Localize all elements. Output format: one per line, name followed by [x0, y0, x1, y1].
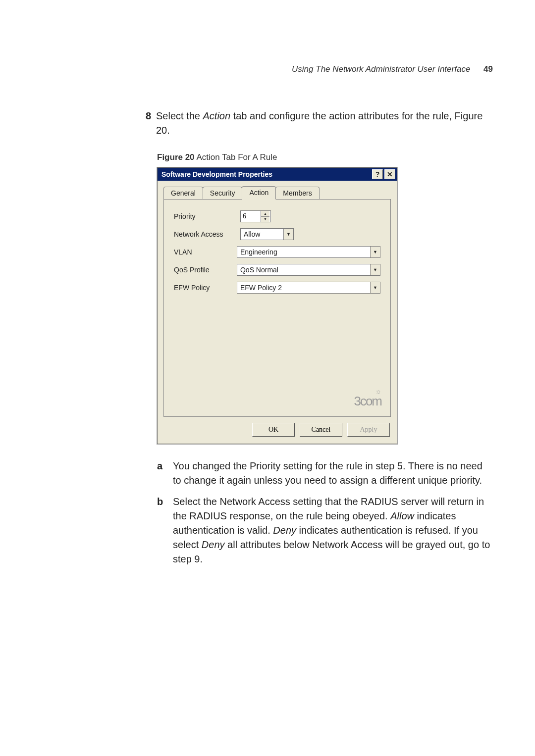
figure-caption: Figure 20 Action Tab For A Rule	[157, 152, 493, 162]
page-number: 49	[483, 64, 493, 74]
tab-action[interactable]: Action	[242, 186, 276, 200]
tab-general[interactable]: General	[163, 187, 203, 199]
priority-row: Priority ▲ ▼	[174, 210, 380, 222]
substep-text: Select the Network Access setting that t…	[173, 495, 493, 566]
action-tab-panel: Priority ▲ ▼ Network Access Allow ▼ VLAN	[163, 199, 391, 417]
substep-list: a You changed the Priority setting for t…	[157, 459, 493, 566]
qos-label: QoS Profile	[174, 266, 230, 274]
efw-row: EFW Policy EFW Policy 2 ▼	[174, 282, 380, 294]
step-text: Select the Action tab and configure the …	[156, 109, 493, 138]
step-number: 8	[141, 109, 151, 138]
apply-button[interactable]: Apply	[347, 423, 390, 437]
chevron-down-icon[interactable]: ▼	[370, 282, 380, 293]
figure-label: Figure 20	[157, 152, 195, 162]
substep-marker: a	[157, 459, 168, 488]
network-access-row: Network Access Allow ▼	[174, 228, 380, 240]
running-title: Using The Network Administrator User Int…	[292, 64, 470, 74]
substep-marker: b	[157, 495, 168, 566]
qos-row: QoS Profile QoS Normal ▼	[174, 264, 380, 276]
substep-text: You changed the Priority setting for the…	[173, 459, 493, 488]
dialog-title: Software Development Properties	[161, 170, 272, 178]
vlan-combo[interactable]: Engineering ▼	[237, 246, 380, 258]
vlan-row: VLAN Engineering ▼	[174, 246, 380, 258]
chevron-down-icon[interactable]: ▼	[370, 247, 380, 257]
spinner-down-icon[interactable]: ▼	[261, 217, 269, 222]
brand-text: 3com	[354, 395, 381, 407]
network-access-label: Network Access	[174, 230, 233, 238]
figure-caption-text: Action Tab For A Rule	[195, 152, 277, 162]
brand-logo: ☼ 3com	[354, 388, 381, 407]
chevron-down-icon[interactable]: ▼	[370, 264, 380, 275]
vlan-label: VLAN	[174, 248, 230, 256]
substep-b: b Select the Network Access setting that…	[157, 495, 493, 566]
tab-strip: General Security Action Members	[158, 181, 397, 199]
ok-button[interactable]: OK	[252, 423, 295, 437]
substep-a: a You changed the Priority setting for t…	[157, 459, 493, 488]
priority-spinner[interactable]: ▲ ▼	[240, 210, 271, 222]
priority-label: Priority	[174, 212, 233, 220]
properties-dialog: Software Development Properties ? ✕ Gene…	[157, 167, 397, 444]
tab-members[interactable]: Members	[275, 187, 319, 199]
chevron-down-icon[interactable]: ▼	[283, 229, 293, 240]
spinner-up-icon[interactable]: ▲	[261, 211, 269, 217]
dialog-titlebar[interactable]: Software Development Properties ? ✕	[158, 168, 397, 181]
tab-security[interactable]: Security	[203, 187, 243, 199]
cancel-button[interactable]: Cancel	[300, 423, 342, 437]
help-button[interactable]: ?	[372, 169, 383, 179]
close-button[interactable]: ✕	[384, 169, 395, 179]
step-8: 8 Select the Action tab and configure th…	[141, 109, 493, 138]
efw-label: EFW Policy	[174, 284, 230, 292]
network-access-value: Allow	[241, 230, 283, 238]
qos-value: QoS Normal	[237, 266, 370, 274]
qos-combo[interactable]: QoS Normal ▼	[237, 264, 380, 276]
dialog-button-row: OK Cancel Apply	[158, 423, 397, 444]
network-access-combo[interactable]: Allow ▼	[240, 228, 294, 240]
running-header: Using The Network Administrator User Int…	[42, 64, 493, 74]
priority-input[interactable]	[241, 211, 261, 222]
vlan-value: Engineering	[237, 248, 370, 256]
efw-value: EFW Policy 2	[237, 284, 370, 292]
titlebar-buttons: ? ✕	[372, 169, 395, 179]
efw-combo[interactable]: EFW Policy 2 ▼	[237, 282, 380, 294]
